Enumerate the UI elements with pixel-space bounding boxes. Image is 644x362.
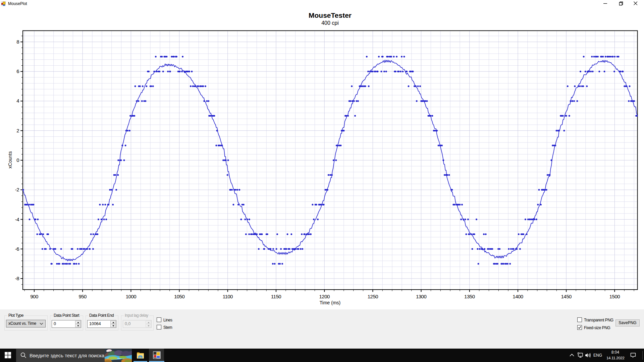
svg-text:8: 8 — [16, 39, 19, 45]
svg-text:1300: 1300 — [416, 294, 427, 299]
svg-text:-6: -6 — [15, 246, 19, 252]
svg-text:900: 900 — [30, 294, 38, 299]
svg-text:1000: 1000 — [126, 294, 137, 299]
svg-text:1250: 1250 — [368, 294, 378, 299]
svg-text:xCounts: xCounts — [7, 151, 13, 168]
svg-text:1200: 1200 — [319, 294, 330, 299]
svg-text:2: 2 — [16, 128, 19, 133]
svg-text:1500: 1500 — [609, 294, 620, 299]
svg-text:1100: 1100 — [223, 294, 233, 299]
svg-text:0: 0 — [16, 157, 19, 163]
svg-text:1400: 1400 — [513, 294, 523, 299]
svg-text:4: 4 — [16, 98, 19, 104]
svg-text:MouseTester: MouseTester — [309, 11, 352, 19]
svg-text:-8: -8 — [15, 276, 19, 281]
svg-text:6: 6 — [16, 68, 19, 74]
svg-text:-2: -2 — [15, 187, 19, 192]
svg-text:-4: -4 — [15, 217, 19, 222]
svg-text:400 cpi: 400 cpi — [321, 20, 339, 26]
svg-text:1150: 1150 — [271, 294, 281, 299]
svg-text:1450: 1450 — [561, 294, 572, 299]
svg-text:1350: 1350 — [464, 294, 475, 299]
svg-text:950: 950 — [78, 294, 87, 299]
svg-text:1050: 1050 — [174, 294, 185, 299]
svg-text:Time (ms): Time (ms) — [320, 300, 340, 305]
